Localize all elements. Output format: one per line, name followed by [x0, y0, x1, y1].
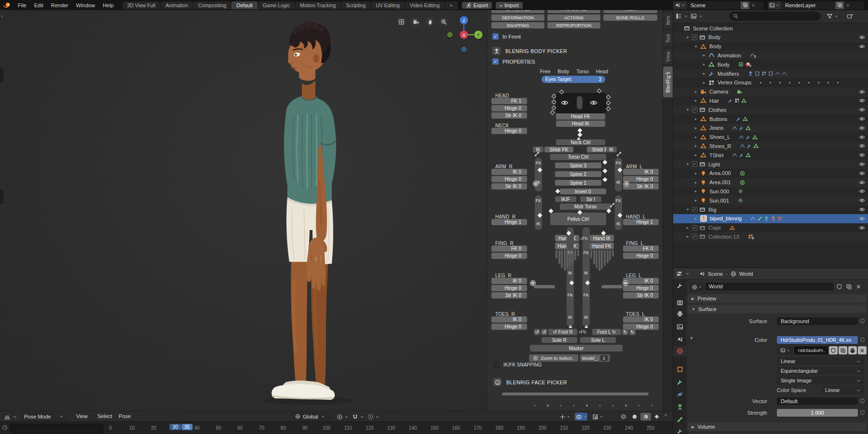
page-dot[interactable] — [534, 405, 536, 407]
picker-button-leg_r-hinge-0[interactable]: Hinge 0 — [491, 285, 527, 291]
picker-button-leg_r-str-ik-0[interactable]: Str IK 0 — [491, 292, 527, 298]
picker-button-arm_l-ik-0[interactable]: IK 0 — [623, 169, 659, 175]
workspace-tab-scripting[interactable]: Scripting — [341, 1, 370, 9]
finger-bar[interactable] — [601, 250, 603, 269]
outliner-label[interactable]: Scene Collection — [693, 26, 733, 31]
properties-tab-object-data[interactable] — [673, 402, 687, 412]
properties-tab-view-layer[interactable] — [673, 322, 687, 332]
viewport-menu-select[interactable]: Select — [97, 413, 112, 419]
picker-diamond-marker[interactable] — [606, 101, 611, 106]
image-unlink-button[interactable] — [858, 346, 867, 354]
eyes-target-slider[interactable]: Eyes Target: 3 — [542, 76, 605, 83]
picker-button-sole-l[interactable]: Sole L — [580, 337, 616, 343]
outliner-row-collection-13[interactable]: ▸✓Collection 136 — [673, 232, 868, 241]
shading-material-icon[interactable] — [640, 413, 651, 420]
outliner-label[interactable]: Buttons — [709, 116, 727, 122]
chevron-down-icon[interactable] — [684, 14, 688, 18]
toolbar-expand-arrow[interactable]: › — [1, 13, 3, 19]
chevron-down-icon[interactable] — [699, 14, 703, 18]
picker-button-master[interactable]: Master — [530, 345, 623, 352]
light-area-icon[interactable] — [740, 180, 745, 185]
foot-swap-arrows-icon[interactable]: ↺↻ — [579, 329, 587, 335]
sidebar-tab-tool[interactable]: Tool — [663, 31, 673, 46]
picker-triangle-marker[interactable] — [569, 325, 572, 328]
outliner-label[interactable]: biped_blenrig — [710, 216, 742, 221]
filter-funnel-icon[interactable] — [827, 13, 833, 19]
pose-filter-torso[interactable]: Torso — [576, 68, 589, 74]
chevron-down-icon[interactable] — [834, 14, 839, 18]
outliner-label[interactable]: Camera — [709, 89, 728, 95]
zoom-tool-icon[interactable] — [439, 17, 448, 27]
orientation-dropdown[interactable]: Global — [292, 412, 332, 420]
sidebar-tab-blenrig-5[interactable]: BlenRig 5 — [663, 67, 673, 97]
expand-arrow[interactable]: ▸ — [693, 117, 698, 121]
finger-bar[interactable] — [609, 250, 611, 260]
collection-checkbox[interactable]: ✓ — [692, 225, 697, 231]
outliner-label[interactable]: Cage — [708, 225, 721, 231]
shading-dropdown-icon[interactable] — [664, 413, 668, 417]
hide-eye-icon[interactable] — [859, 170, 865, 176]
expand-arrow[interactable]: ▸ — [693, 126, 698, 130]
picker-button-leg_l-hinge-0[interactable]: Hinge 0 — [623, 285, 659, 291]
stretch-icon[interactable] — [616, 151, 622, 157]
collection-checkbox[interactable]: ✓ — [692, 35, 697, 40]
import-button[interactable]: » Import — [496, 2, 523, 9]
projection-dropdown[interactable]: Equirectangular — [777, 367, 865, 375]
page-dot[interactable] — [651, 405, 653, 407]
outliner-row-body[interactable]: ▾✓Body — [673, 33, 868, 42]
picker-triangle-marker[interactable] — [584, 325, 588, 328]
wrench-icon[interactable] — [736, 116, 741, 122]
picker-target-marker[interactable] — [624, 181, 629, 187]
hide-eye-icon[interactable] — [859, 188, 865, 194]
left-panel-tab[interactable] — [0, 190, 3, 204]
expand-arrow[interactable]: ▾ — [685, 162, 690, 166]
hide-eye-icon[interactable] — [859, 116, 865, 122]
properties-tab-constraints[interactable] — [673, 377, 687, 387]
picker-diamond-marker[interactable] — [603, 169, 608, 174]
picker-button-leg_l-str-ik-0[interactable]: Str IK 0 — [623, 292, 659, 298]
chevron-down-icon[interactable] — [685, 271, 690, 276]
picker-button-fing_l-fk-0[interactable]: FK 0 — [623, 245, 659, 252]
properties-editor-icon[interactable] — [676, 271, 682, 277]
hide-eye-icon[interactable] — [859, 179, 865, 186]
picker-button-torso-ctrl[interactable]: Torso Ctrl — [550, 154, 606, 160]
picker-target-marker[interactable] — [623, 280, 628, 286]
workspace-tab-3d-view-full[interactable]: 3D View Full — [122, 1, 161, 9]
stretch-icon[interactable] — [609, 202, 615, 208]
square-icon[interactable] — [768, 71, 773, 76]
picker-button-ikf[interactable]: IK/F — [555, 196, 576, 202]
picker-button-neck-hinge-0[interactable]: Hinge 0 — [491, 128, 527, 134]
outliner-row-camera[interactable]: ▸Camera — [673, 87, 868, 96]
outliner-label[interactable]: Body — [718, 62, 730, 68]
add-workspace-button[interactable]: + — [445, 1, 458, 9]
chevron-down-icon[interactable] — [13, 415, 17, 419]
finger-bar[interactable] — [556, 250, 557, 258]
vgroup-icon[interactable] — [777, 216, 783, 221]
decorator-ring[interactable] — [860, 410, 865, 415]
picker-target-marker[interactable] — [533, 181, 539, 187]
workspace-tab-default[interactable]: Default — [231, 1, 257, 9]
action-icon[interactable] — [775, 71, 780, 76]
picker-button-shoulder-fk-l[interactable]: Shldr FK — [544, 147, 573, 152]
current-frame-chip[interactable]: 35 — [181, 424, 192, 430]
hide-eye-icon[interactable] — [859, 89, 865, 95]
leg-track[interactable] — [567, 227, 574, 326]
vgroup-icon[interactable] — [734, 98, 740, 103]
left-panel-tab[interactable] — [0, 68, 3, 82]
outliner-label[interactable]: Light — [708, 162, 720, 167]
collection-checkbox[interactable]: ✓ — [692, 107, 697, 112]
expand-arrow[interactable]: ▸ — [693, 198, 698, 203]
new-layer-button[interactable] — [835, 1, 844, 9]
finger-bar[interactable] — [596, 250, 597, 268]
leg-track[interactable] — [583, 227, 590, 326]
snap-magnet-icon[interactable] — [352, 414, 358, 420]
outliner-row-hair[interactable]: ▸Hair — [673, 96, 868, 105]
image-copy-button[interactable] — [839, 346, 847, 354]
interpolation-dropdown[interactable]: Linear — [777, 357, 865, 365]
head-eye-left-icon[interactable] — [561, 99, 569, 107]
sidebar-tab-item[interactable]: Item — [663, 12, 673, 28]
character-model[interactable] — [260, 20, 386, 413]
outliner-row-light[interactable]: ▾✓Light — [673, 160, 868, 169]
picker-button-fing_r-hinge-0[interactable]: Hinge 0 — [491, 253, 527, 259]
hide-eye-icon[interactable] — [859, 43, 865, 50]
